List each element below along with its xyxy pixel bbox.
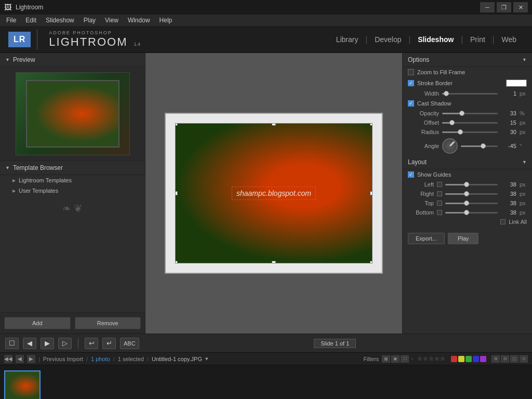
remove-button[interactable]: Remove: [75, 317, 141, 329]
sel-handle-mr[interactable]: [370, 191, 373, 195]
filter-icon-1[interactable]: ▦: [382, 355, 390, 363]
return-btn[interactable]: ↵: [102, 338, 116, 349]
flag-yellow[interactable]: [458, 356, 464, 362]
text-overlay[interactable]: shaampc.blogspot.com: [232, 187, 316, 200]
nav-library[interactable]: Library: [329, 35, 366, 44]
export-button[interactable]: Export...: [408, 233, 445, 244]
app-header: LR ADOBE PHOTOSHOP LIGHTROOM 1.4 Library…: [0, 26, 532, 53]
sel-handle-tm[interactable]: [272, 123, 276, 126]
sel-handle-bm[interactable]: [272, 261, 276, 263]
template-browser: ▼ Template Browser ▶ Lightroom Templates…: [0, 161, 145, 237]
stroke-border-checkbox[interactable]: [408, 80, 414, 86]
menu-view[interactable]: View: [101, 16, 123, 25]
top-guide-sq[interactable]: [437, 201, 442, 206]
stroke-border-label[interactable]: Stroke Border: [408, 80, 453, 86]
status-next-btn[interactable]: ▶: [27, 355, 35, 363]
stroke-color-swatch[interactable]: [506, 79, 527, 87]
next-slide-btn[interactable]: ▶: [41, 338, 54, 349]
sel-handle-tr[interactable]: [370, 123, 373, 126]
opacity-slider[interactable]: [442, 113, 498, 114]
filter-icon-3[interactable]: ☐: [401, 355, 409, 363]
status-prev-btn[interactable]: ◀: [16, 355, 24, 363]
filters-label: Filters: [363, 356, 379, 362]
nav-print[interactable]: Print: [463, 35, 493, 44]
view-icon-1[interactable]: ⊞: [491, 355, 500, 363]
nav-develop[interactable]: Develop: [367, 35, 408, 44]
lightroom-templates-label: Lightroom Templates: [19, 177, 72, 183]
right-guide-sq[interactable]: [437, 191, 442, 196]
opacity-unit: %: [520, 110, 527, 116]
checkbox-btn[interactable]: ☐: [5, 338, 19, 349]
flag-red[interactable]: [451, 356, 457, 362]
menu-help[interactable]: Help: [155, 16, 177, 25]
show-guides-label[interactable]: Show Guides: [408, 171, 451, 178]
selected-text: 1 selected: [118, 356, 144, 362]
prev-slide-btn[interactable]: ◀: [23, 338, 36, 349]
stroke-border-text: Stroke Border: [417, 80, 453, 86]
menu-file[interactable]: File: [2, 16, 20, 25]
star-filter[interactable]: ☆☆☆☆☆: [417, 355, 446, 362]
bottom-guide-row: Bottom 38 px: [403, 208, 532, 217]
offset-unit: px: [520, 119, 527, 126]
left-guide-sq[interactable]: [437, 182, 442, 187]
sel-handle-tl[interactable]: [175, 123, 178, 126]
lightroom-templates-item[interactable]: ▶ Lightroom Templates: [0, 175, 145, 185]
bottom-guide-slider[interactable]: [445, 212, 498, 214]
view-icon-4[interactable]: ⊡: [520, 355, 528, 363]
zoom-to-fill-checkbox[interactable]: [408, 69, 414, 75]
minimize-button[interactable]: ─: [480, 2, 495, 12]
photo-count-text[interactable]: 1 photo: [91, 356, 110, 362]
restore-button[interactable]: ❐: [497, 2, 511, 12]
filename-text[interactable]: Untitled-1 copy.JPG: [152, 356, 202, 362]
flag-blue[interactable]: [473, 356, 479, 362]
view-icon-3[interactable]: ◫: [510, 355, 518, 363]
angle-dial[interactable]: [442, 138, 458, 154]
zoom-to-fill-label[interactable]: Zoom to Fill Frame: [408, 69, 465, 75]
preview-thumbnail[interactable]: [16, 72, 130, 155]
menu-play[interactable]: Play: [79, 16, 100, 25]
loop-btn[interactable]: ↩: [85, 338, 98, 349]
link-all-checkbox[interactable]: [500, 219, 506, 224]
play-slide-btn[interactable]: ▷: [58, 338, 72, 349]
status-back-btn[interactable]: ◀◀: [4, 355, 12, 363]
right-guide-slider[interactable]: [445, 193, 498, 195]
add-button[interactable]: Add: [4, 317, 71, 329]
bottom-guide-sq[interactable]: [437, 210, 442, 215]
lr-badge: LR: [8, 32, 31, 47]
flag-purple[interactable]: [480, 356, 486, 362]
view-icon-2[interactable]: ⊟: [501, 355, 509, 363]
menu-edit[interactable]: Edit: [21, 16, 41, 25]
sel-handle-ml[interactable]: [175, 191, 178, 195]
sel-handle-bl[interactable]: [175, 261, 178, 263]
width-slider[interactable]: [442, 93, 498, 95]
flag-green[interactable]: [466, 356, 472, 362]
radius-slider[interactable]: [442, 131, 498, 133]
cast-shadow-label[interactable]: Cast Shadow: [408, 100, 451, 107]
filter-icon-2[interactable]: ▣: [391, 355, 400, 363]
filename-arrow[interactable]: ▾: [205, 355, 208, 362]
template-browser-label: Template Browser: [13, 164, 63, 171]
sel-handle-br[interactable]: [370, 261, 373, 263]
cast-shadow-checkbox[interactable]: [408, 100, 414, 107]
close-button[interactable]: ✕: [513, 2, 528, 12]
menu-bar: File Edit Slideshow Play View Window Hel…: [0, 15, 532, 26]
user-templates-item[interactable]: ▶ User Templates: [0, 185, 145, 196]
menu-slideshow[interactable]: Slideshow: [42, 16, 78, 25]
angle-slider[interactable]: [461, 145, 498, 147]
app-icon: 🖼: [4, 3, 11, 11]
abc-btn[interactable]: ABC: [120, 338, 139, 349]
play-button[interactable]: Play: [448, 233, 478, 244]
layout-header[interactable]: Layout ▼: [403, 155, 532, 169]
template-browser-header[interactable]: ▼ Template Browser: [0, 161, 145, 175]
menu-window[interactable]: Window: [124, 16, 154, 25]
preview-header[interactable]: ▼ Preview: [0, 53, 145, 67]
top-guide-slider[interactable]: [445, 203, 498, 204]
nav-slideshow[interactable]: Slideshow: [410, 35, 461, 44]
left-guide-slider[interactable]: [445, 184, 498, 185]
filmstrip-thumb-1[interactable]: [4, 370, 41, 400]
nav-web[interactable]: Web: [494, 35, 524, 44]
offset-slider[interactable]: [442, 122, 498, 124]
options-header[interactable]: Options ▼: [403, 53, 532, 67]
slide-canvas[interactable]: shaampc.blogspot.com: [165, 113, 383, 274]
show-guides-checkbox[interactable]: [408, 171, 414, 178]
